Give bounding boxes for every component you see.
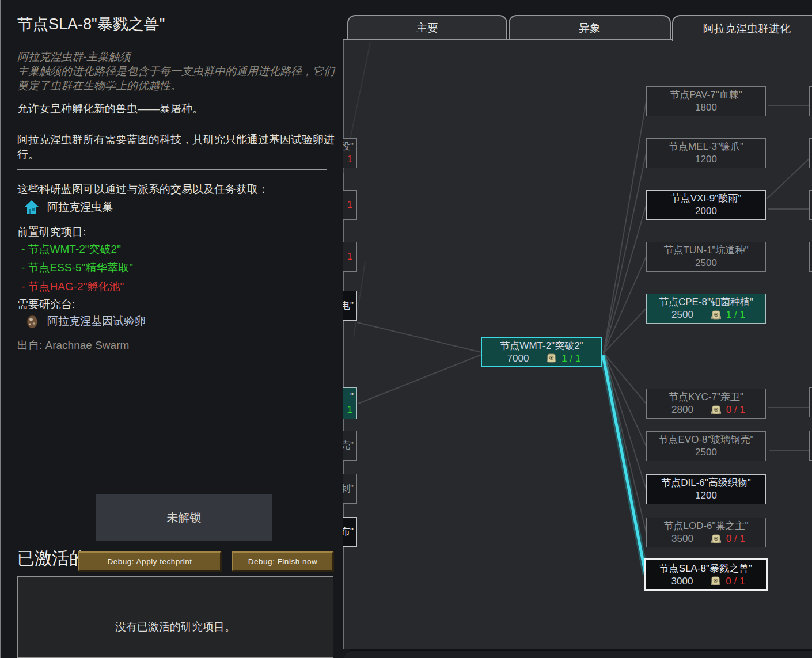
- research-detail-panel: 节点SLA-8"暴戮之兽" 阿拉克涅虫群-主巢触须 主巢触须的进化路径是包含于每…: [0, 0, 343, 658]
- debug-finish-label: Debug: Finish now: [248, 557, 317, 566]
- node-name: 节点MEL-3"镰爪": [669, 140, 743, 153]
- techprint-icon: [711, 405, 722, 415]
- node-cost: 3500: [671, 533, 693, 545]
- node-vxi9[interactable]: 节点VXI-9"酸雨" 2000: [646, 190, 766, 220]
- node-name: 节点CPE-8"钼菌种植": [659, 296, 753, 309]
- tab-main-label: 主要: [416, 21, 438, 36]
- bottom-panel-edge: [344, 649, 812, 658]
- node-sliver: [809, 431, 812, 461]
- unlock-status-button[interactable]: 未解锁: [96, 494, 272, 541]
- prerequisite-item: - 节点HAG-2"孵化池": [21, 279, 124, 294]
- tab-arachnae-evolution[interactable]: 阿拉克涅虫群进化: [672, 15, 812, 41]
- tab-arachnae-evolution-label: 阿拉克涅虫群进化: [703, 21, 791, 36]
- techprint-count: 0 / 1: [726, 404, 745, 416]
- techprint-hint: 这些科研蓝图可以通过与派系的交易以及任务获取：: [17, 182, 336, 197]
- page-title: 节点SLA-8"暴戮之兽": [17, 14, 165, 35]
- node-kyc7[interactable]: 节点KYC-7"亲卫" 2800 0 / 1: [646, 389, 766, 419]
- prerequisite-item: - 节点ESS-5"精华萃取": [21, 260, 133, 275]
- bench-row[interactable]: 阿拉克涅基因试验卵: [25, 314, 146, 329]
- tab-anomaly[interactable]: 异象: [509, 15, 671, 40]
- techprint-count: 0 / 1: [726, 575, 745, 588]
- node-evo8[interactable]: 节点EVO-8"玻璃钢壳" 2500: [646, 431, 766, 461]
- faction-name: 阿拉克涅虫巢: [47, 200, 113, 215]
- activated-projects-heading: 已激活的: [17, 547, 86, 570]
- bench-label: 需要研究台:: [17, 297, 75, 312]
- techprint-count: 1: [347, 153, 352, 166]
- techprint-icon: [546, 353, 557, 363]
- node-name: 节点EVO-8"玻璃钢壳": [658, 433, 753, 446]
- techprint-icon: [711, 310, 722, 320]
- node-wmt2[interactable]: 节点WMT-2"突破2" 7000 1 / 1: [481, 337, 602, 367]
- node-name: 节点PAV-7"血棘": [670, 89, 742, 101]
- node-cost: 2800: [671, 404, 693, 416]
- mod-source: 出自: Arachnae Swarm: [17, 338, 129, 353]
- node-mel3[interactable]: 节点MEL-3"镰爪" 1200: [646, 138, 766, 168]
- node-cost: 7000: [507, 352, 529, 365]
- node-name: 节点WMT-2"突破2": [500, 340, 583, 352]
- node-cost: 2500: [695, 446, 717, 459]
- node-cpe8[interactable]: 节点CPE-8"钼菌种植" 2500 1 / 1: [646, 294, 766, 324]
- node-name: 节点LOD-6"巢之主": [663, 520, 748, 533]
- faction-row[interactable]: 阿拉克涅虫巢: [24, 200, 113, 215]
- techprint-count: 1: [347, 199, 352, 211]
- techprint-icon: [710, 576, 721, 586]
- techprint-count: 1 / 1: [726, 309, 745, 321]
- tab-main[interactable]: 主要: [347, 15, 507, 40]
- node-cost: 3000: [671, 575, 693, 588]
- bench-name: 阿拉克涅基因试验卵: [47, 314, 146, 329]
- house-icon: [24, 200, 39, 215]
- debug-finish-now-button[interactable]: Debug: Finish now: [232, 551, 334, 572]
- description-unlock: 允许女皇种孵化新的兽虫——暴屠种。: [17, 101, 336, 116]
- node-name: 节点TUN-1"坑道种": [663, 244, 748, 257]
- node-sliver: [809, 190, 812, 220]
- active-projects-box: 没有已激活的研究项目。: [17, 576, 333, 658]
- description-requirement: 阿拉克涅虫群所有需要蓝图的科技，其研究只能通过基因试验卵进行。: [17, 132, 336, 162]
- flavor-text: 阿拉克涅虫群-主巢触须 主巢触须的进化路径是包含于每一支虫群中的通用进化路径，它…: [17, 50, 336, 93]
- egg-icon: [25, 314, 39, 329]
- techprint-count: 1: [347, 404, 352, 416]
- node-sliver: [809, 387, 812, 417]
- techprint-icon: [711, 534, 722, 544]
- divider: [17, 169, 327, 170]
- node-cost: 1800: [695, 101, 717, 114]
- node-name: ": [350, 391, 354, 404]
- flavor-line2: 主巢触须的进化路径是包含于每一支虫群中的通用进化路径，它们奠定了虫群在生物学上的…: [17, 64, 336, 93]
- prerequisite-item: - 节点WMT-2"突破2": [21, 242, 121, 257]
- techprint-count: 1 / 1: [561, 352, 580, 365]
- node-dil6[interactable]: 节点DIL-6"高级织物" 1200: [646, 474, 766, 504]
- techprint-count: 1: [347, 250, 352, 263]
- node-cost: 1200: [695, 153, 717, 166]
- node-tun1[interactable]: 节点TUN-1"坑道种" 2500: [646, 242, 766, 272]
- node-cost: 2500: [695, 257, 717, 269]
- node-cost: 1200: [695, 489, 717, 502]
- node-sliver: [809, 138, 812, 168]
- no-active-projects-text: 没有已激活的研究项目。: [18, 619, 333, 634]
- node-name: 节点DIL-6"高级织物": [661, 477, 751, 489]
- tab-underline: [343, 39, 672, 40]
- node-sliver: [809, 86, 812, 116]
- debug-apply-techprint-button[interactable]: Debug: Apply techprint: [78, 551, 222, 572]
- techprint-count: 0 / 1: [726, 533, 745, 545]
- node-cost: 2000: [695, 205, 717, 218]
- debug-apply-label: Debug: Apply techprint: [108, 557, 192, 566]
- node-sliver: [809, 242, 812, 272]
- node-name: 节点KYC-7"亲卫": [669, 391, 743, 404]
- node-name: 节点SLA-8"暴戮之兽": [659, 562, 752, 575]
- flavor-line1: 阿拉克涅虫群-主巢触须: [17, 50, 336, 64]
- prerequisites-label: 前置研究项目:: [17, 225, 86, 239]
- tab-anomaly-label: 异象: [579, 21, 601, 36]
- node-cost: 2500: [671, 309, 693, 321]
- node-name: 节点VXI-9"酸雨": [671, 192, 742, 205]
- node-pav7[interactable]: 节点PAV-7"血棘" 1800: [646, 86, 766, 116]
- node-lod6[interactable]: 节点LOD-6"巢之主" 3500 0 / 1: [646, 518, 766, 547]
- node-sla8-selected[interactable]: 节点SLA-8"暴戮之兽" 3000 0 / 1: [644, 558, 768, 591]
- unlock-status-label: 未解锁: [167, 510, 202, 526]
